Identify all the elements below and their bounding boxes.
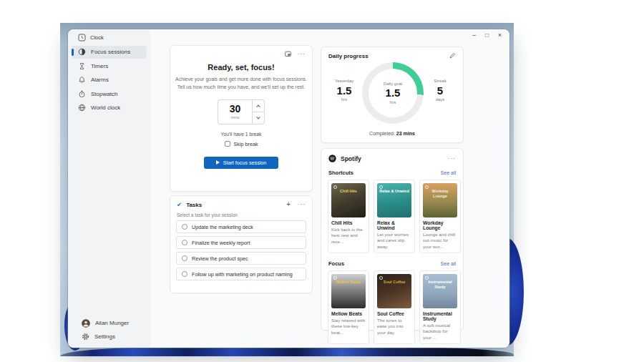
- section-label: Shortcuts: [328, 170, 353, 176]
- completed-value: 23 mins: [396, 131, 415, 136]
- stat-unit: hrs: [328, 97, 360, 102]
- playlist-description: Stay relaxed with these low-key beat...: [331, 318, 366, 336]
- playlist-artwork: Mellow Beats: [331, 274, 366, 308]
- focus-setup-card: ··· Ready, set, focus! Achieve your goal…: [170, 45, 313, 192]
- playlist-tile[interactable]: Workday Lounge Workday Lounge Lounge and…: [419, 180, 461, 253]
- chevron-down-icon: [256, 114, 260, 119]
- spotify-more-options-icon[interactable]: ···: [448, 156, 456, 162]
- spotify-mini-logo-icon: [333, 185, 337, 189]
- sidebar-item-label: Timers: [91, 63, 108, 69]
- focus-card-actions: ···: [285, 51, 306, 57]
- daily-progress-title: Daily progress: [328, 53, 369, 59]
- focus-sessions-icon: [78, 48, 86, 56]
- sidebar-item-world-clock[interactable]: World clock: [72, 102, 147, 114]
- playlist-tile[interactable]: Mellow Beats Mellow Beats Stay relaxed w…: [328, 270, 369, 344]
- duration-value-box[interactable]: 30 mins: [218, 99, 252, 124]
- stepper-buttons: [252, 99, 265, 124]
- playlist-artwork: Instrumental Study: [423, 274, 457, 308]
- playlist-title: Soul Coffee: [377, 311, 411, 316]
- spotify-mini-logo-icon: [333, 276, 337, 280]
- stopwatch-icon: [78, 90, 86, 98]
- globe-icon: [78, 104, 86, 112]
- shortcuts-section-header: Shortcuts See all: [321, 162, 463, 176]
- user-profile-item[interactable]: Allan Munger: [75, 317, 143, 329]
- sidebar-item-label: Focus sessions: [91, 49, 130, 55]
- playlist-description: A soft musical backdrop for your ...: [423, 323, 457, 341]
- sidebar-item-label: Settings: [94, 333, 115, 340]
- more-options-icon[interactable]: ···: [298, 52, 306, 57]
- task-radio[interactable]: [182, 271, 187, 277]
- sidebar-item-stopwatch[interactable]: Stopwatch: [72, 87, 147, 100]
- wallpaper-bloom-strip: [60, 347, 514, 356]
- start-focus-session-button[interactable]: Start focus session: [204, 157, 278, 169]
- sidebar-item-alarms[interactable]: Alarms: [72, 74, 147, 87]
- duration-value: 30: [218, 103, 252, 114]
- artwork-text: Soul Coffee: [379, 280, 409, 285]
- task-row[interactable]: Review the product spec: [176, 252, 306, 265]
- sidebar-item-focus-sessions[interactable]: Focus sessions: [72, 46, 147, 59]
- add-task-button[interactable]: +: [286, 201, 291, 208]
- duration-stepper: 30 mins: [218, 99, 265, 124]
- focus-see-all-link[interactable]: See all: [441, 261, 456, 266]
- playlist-tile[interactable]: Instrumental Study Instrumental Study A …: [419, 270, 461, 344]
- duration-unit: mins: [218, 115, 252, 119]
- task-row[interactable]: Update the marketing deck: [176, 220, 306, 233]
- task-row[interactable]: Finalize the weekly report: [176, 236, 306, 249]
- sidebar-item-timers[interactable]: Timers: [72, 59, 147, 72]
- close-button[interactable]: ×: [498, 31, 502, 39]
- playlist-artwork: Relax & Unwind: [377, 183, 411, 217]
- task-radio[interactable]: [182, 224, 187, 230]
- page: Clock Focus sessions Timers: [0, 0, 644, 362]
- main-area: – □ × ··· Ready, set, focus!: [150, 29, 509, 348]
- completed-summary: Completed: 23 mins: [321, 131, 463, 136]
- tasks-more-options-icon[interactable]: ···: [298, 202, 306, 207]
- shortcuts-see-all-link[interactable]: See all: [441, 170, 456, 175]
- stat-value: 1.5: [328, 84, 360, 97]
- increase-duration-button[interactable]: [252, 99, 265, 112]
- playlist-title: Chill Hits: [331, 220, 366, 225]
- clock-app-icon: [78, 34, 86, 41]
- artwork-text: Instrumental Study: [425, 280, 455, 289]
- playlist-title: Relax & Unwind: [377, 220, 411, 230]
- clock-app-window: Clock Focus sessions Timers: [68, 29, 509, 348]
- sidebar: Clock Focus sessions Timers: [68, 29, 150, 348]
- edit-goal-icon[interactable]: [449, 52, 456, 59]
- skip-break-row: Skip break: [170, 141, 312, 147]
- stat-value: 1.5: [386, 87, 401, 99]
- playlist-artwork: Soul Coffee: [377, 274, 411, 308]
- artwork-text: Chill Hits: [333, 189, 364, 194]
- description-line-1: Achieve your goals and get more done wit…: [175, 77, 307, 82]
- task-label: Review the product spec: [192, 255, 248, 262]
- playlist-description: Kick back to the best new and rece...: [331, 227, 366, 245]
- compact-mode-icon[interactable]: [285, 51, 291, 57]
- artwork-text: Mellow Beats: [333, 280, 364, 285]
- artwork-text: Relax & Unwind: [379, 189, 409, 194]
- task-radio[interactable]: [182, 255, 187, 261]
- sidebar-item-label: Alarms: [91, 77, 109, 83]
- decrease-duration-button[interactable]: [252, 112, 265, 124]
- playlist-description: The tunes to ease you into your day.: [377, 318, 411, 336]
- daily-goal-stat: Daily goal 1.5 hrs: [362, 62, 424, 124]
- task-label: Update the marketing deck: [192, 224, 253, 230]
- playlist-tile[interactable]: Chill Hits Chill Hits Kick back to the b…: [328, 180, 369, 253]
- skip-break-checkbox[interactable]: [225, 141, 230, 147]
- focus-tiles: Mellow Beats Mellow Beats Stay relaxed w…: [321, 267, 463, 344]
- desktop-wallpaper: Clock Focus sessions Timers: [60, 23, 514, 356]
- minimize-button[interactable]: –: [472, 31, 476, 39]
- bell-icon: [78, 76, 86, 84]
- playlist-tile[interactable]: Soul Coffee Soul Coffee The tunes to eas…: [374, 270, 415, 344]
- gear-icon: [82, 333, 89, 341]
- avatar: [82, 319, 90, 328]
- streak-stat: Streak 5 days: [424, 79, 456, 102]
- playlist-artwork: Workday Lounge: [423, 183, 457, 217]
- sidebar-item-label: Stopwatch: [91, 91, 117, 97]
- tasks-check-icon: ✔: [177, 202, 182, 208]
- window-controls: – □ ×: [472, 31, 502, 39]
- task-radio[interactable]: [182, 240, 187, 245]
- maximize-button[interactable]: □: [485, 31, 489, 39]
- sidebar-item-settings[interactable]: Settings: [75, 331, 143, 343]
- task-label: Finalize the weekly report: [192, 240, 250, 246]
- stat-unit: days: [424, 97, 456, 102]
- task-row[interactable]: Follow up with marketing on product nami…: [176, 268, 306, 280]
- playlist-tile[interactable]: Relax & Unwind Relax & Unwind Let your w…: [374, 180, 415, 253]
